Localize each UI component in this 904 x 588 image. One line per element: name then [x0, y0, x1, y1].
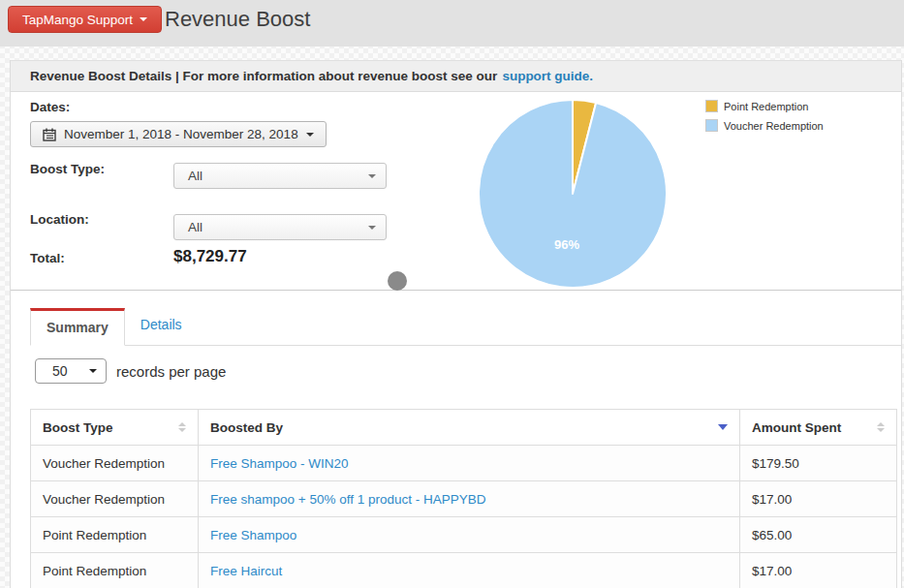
column-header-label: Boost Type	[43, 420, 113, 435]
legend-item-voucher-redemption: Voucher Redemption	[705, 119, 824, 132]
table-row: Voucher Redemption Free shampoo + 50% of…	[31, 481, 897, 517]
brand-menu-button[interactable]: TapMango Support	[8, 6, 162, 33]
cell-boost-type: Voucher Redemption	[31, 481, 199, 517]
info-bar: Revenue Boost Details | For more informa…	[11, 60, 901, 92]
boosted-by-link[interactable]: Free Haircut	[210, 564, 282, 578]
boost-type-value: All	[188, 169, 203, 183]
cell-boosted-by: Free Shampoo	[199, 517, 740, 553]
table-row: Point Redemption Free Haircut $17.00	[31, 553, 897, 588]
column-header-label: Amount Spent	[752, 420, 841, 435]
filter-panel: Dates: November 1, 2018 - November 28, 2…	[11, 92, 901, 291]
top-header-strip: TapMango Support Revenue Boost	[0, 0, 904, 46]
column-header-boost-type[interactable]: Boost Type	[31, 410, 199, 446]
cell-amount: $179.50	[740, 446, 897, 481]
cell-amount: $65.00	[740, 517, 897, 553]
total-label: Total:	[30, 251, 65, 265]
tab-bar: Summary Details	[30, 308, 901, 346]
chevron-down-icon	[306, 133, 314, 137]
records-per-page-row: 50 records per page	[35, 358, 901, 384]
pie-chart: 96%	[476, 97, 670, 291]
cell-boost-type: Voucher Redemption	[31, 446, 199, 481]
brand-menu-label: TapMango Support	[22, 13, 133, 27]
table-header-row: Boost Type Boosted By Amount Spent	[31, 410, 897, 446]
page-title: Revenue Boost	[165, 7, 310, 32]
cell-amount: $17.00	[740, 553, 897, 588]
date-range-label: November 1, 2018 - November 28, 2018	[64, 127, 298, 141]
boosted-by-link[interactable]: Free Shampoo - WIN20	[210, 456, 349, 471]
drag-handle-dot	[388, 271, 407, 291]
dates-label: Dates:	[30, 100, 70, 114]
column-header-label: Boosted By	[210, 420, 283, 435]
cell-boost-type: Point Redemption	[31, 553, 199, 588]
chevron-down-icon	[89, 369, 97, 373]
legend-label: Point Redemption	[724, 101, 808, 112]
support-guide-link[interactable]: support guide.	[502, 69, 593, 83]
cell-boosted-by: Free shampoo + 50% off 1 product - HAPPY…	[199, 481, 740, 517]
cell-boost-type: Point Redemption	[31, 517, 199, 553]
info-bar-text: Revenue Boost Details | For more informa…	[30, 69, 497, 83]
sort-desc-icon	[718, 424, 728, 430]
boosted-by-link[interactable]: Free Shampoo	[210, 528, 296, 542]
tab-area: Summary Details 50 records per page Boos…	[11, 291, 901, 588]
location-label: Location:	[30, 212, 89, 227]
column-header-amount-spent[interactable]: Amount Spent	[740, 410, 897, 446]
cell-boosted-by: Free Haircut	[199, 553, 740, 588]
records-per-page-select[interactable]: 50	[35, 358, 107, 384]
sort-icon	[877, 422, 885, 432]
chevron-down-icon	[368, 226, 376, 230]
date-range-button[interactable]: November 1, 2018 - November 28, 2018	[30, 121, 327, 147]
tab-details[interactable]: Details	[125, 308, 198, 345]
chevron-down-icon	[140, 17, 147, 21]
column-header-boosted-by[interactable]: Boosted By	[199, 410, 740, 446]
table-row: Point Redemption Free Shampoo $65.00	[31, 517, 897, 553]
records-per-page-value: 50	[52, 363, 68, 379]
chart-legend: Point Redemption Voucher Redemption	[705, 100, 824, 132]
calendar-icon	[43, 128, 56, 141]
location-select[interactable]: All	[173, 214, 387, 240]
table-row: Voucher Redemption Free Shampoo - WIN20 …	[31, 446, 897, 481]
legend-swatch-blue	[705, 119, 718, 132]
records-per-page-label: records per page	[116, 363, 226, 380]
boosted-by-link[interactable]: Free shampoo + 50% off 1 product - HAPPY…	[210, 492, 486, 507]
location-value: All	[188, 220, 203, 234]
legend-label: Voucher Redemption	[724, 120, 824, 132]
total-value: $8,729.77	[173, 247, 247, 266]
boost-type-select[interactable]: All	[173, 163, 387, 189]
cell-boosted-by: Free Shampoo - WIN20	[199, 446, 740, 481]
legend-swatch-gold	[705, 100, 718, 112]
tab-summary[interactable]: Summary	[30, 308, 125, 346]
pie-slice-label: 96%	[554, 237, 579, 252]
legend-item-point-redemption: Point Redemption	[705, 100, 824, 112]
boost-type-label: Boost Type:	[30, 162, 105, 176]
chevron-down-icon	[368, 174, 376, 178]
summary-table: Boost Type Boosted By Amount Spent	[30, 409, 897, 588]
pie-slice-voucher-redemption[interactable]	[479, 100, 667, 288]
cell-amount: $17.00	[740, 481, 897, 517]
sort-icon	[178, 422, 186, 432]
main-panel: Revenue Boost Details | For more informa…	[10, 60, 902, 588]
